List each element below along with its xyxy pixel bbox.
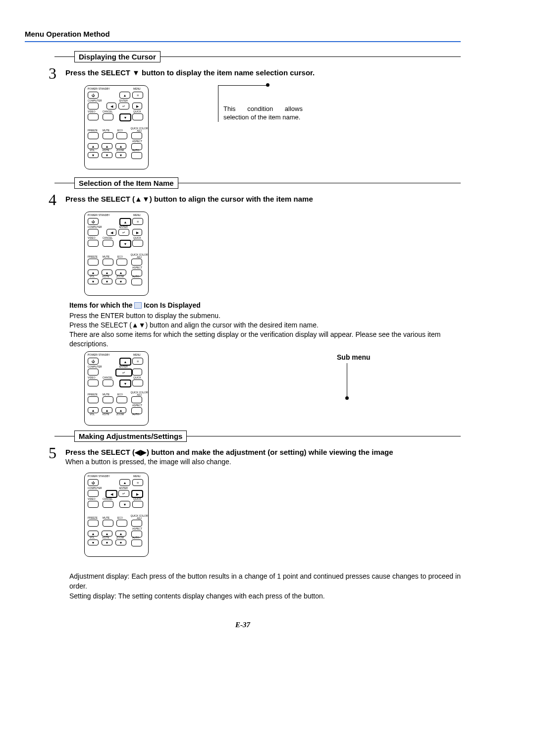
- step-5-instruction: Press the SELECT (◀▶) button and make th…: [65, 448, 461, 457]
- step-4-remote-wrap: POWER/ STANDBY ⏻ ▲ MENU ≡ COMPUTER ◀ ENT…: [84, 212, 461, 296]
- remote-diagram-4b: POWER/ STANDBY ⏻ ▲ MENU ≡ COMPUTER ENTER…: [84, 351, 149, 426]
- section-title-row-5: Making Adjustments/Settings: [54, 431, 461, 442]
- items-heading-pre: Items for which the: [69, 301, 134, 309]
- step-5: 5 Press the SELECT (◀▶) button and make …: [49, 445, 461, 466]
- step-number-4: 4: [49, 192, 65, 208]
- section-title-3: Displaying the Cursor: [74, 51, 160, 62]
- step-3-callout: This condition allows selection of the i…: [218, 105, 303, 122]
- step-3-instruction: Press the SELECT ▼ button to display the…: [65, 68, 461, 77]
- step-5-remote-wrap: POWER/ STANDBY ⏻ ▲ MENU ≡ COMPUTER ◀ ENT…: [84, 473, 461, 557]
- step-number-3: 3: [49, 65, 65, 81]
- step-5-sub: When a button is pressed, the image will…: [65, 458, 461, 466]
- items-line-3: There are also some items for which the …: [69, 330, 461, 349]
- step-3-row: POWER/ STANDBY ⏻ ▲ MENU ≡ COMPUTER ◀ ENT…: [84, 85, 461, 169]
- items-line-2: Press the SELECT (▲▼) button and align t…: [69, 321, 461, 330]
- page-header: Menu Operation Method: [25, 30, 461, 38]
- step-number-5: 5: [49, 445, 65, 461]
- enter-icon: [134, 302, 142, 309]
- items-block: Items for which the Icon Is Displayed Pr…: [69, 301, 461, 348]
- remote-diagram-5: POWER/ STANDBY ⏻ ▲ MENU ≡ COMPUTER ◀ ENT…: [84, 473, 149, 557]
- submenu-label: Sub menu: [337, 351, 371, 361]
- step-4-instruction: Press the SELECT (▲▼) button to align th…: [65, 195, 461, 203]
- header-rule: [25, 41, 461, 42]
- section-title-4: Selection of the Item Name: [74, 177, 178, 189]
- remote-diagram-3: POWER/ STANDBY ⏻ ▲ MENU ≡ COMPUTER ◀ ENT…: [84, 85, 149, 169]
- bottom-line-1: Adjustment display: Each press of the bu…: [69, 572, 461, 591]
- items-heading-post: Icon Is Displayed: [142, 301, 200, 309]
- items-line-1: Press the ENTER button to display the su…: [69, 311, 461, 321]
- section-title-5: Making Adjustments/Settings: [74, 431, 187, 442]
- bottom-line-2: Setting display: The setting contents di…: [69, 592, 461, 601]
- submenu-row: POWER/ STANDBY ⏻ ▲ MENU ≡ COMPUTER ENTER…: [84, 351, 461, 426]
- remote-diagram-4a: POWER/ STANDBY ⏻ ▲ MENU ≡ COMPUTER ◀ ENT…: [84, 212, 149, 296]
- step-3: 3 Press the SELECT ▼ button to display t…: [49, 65, 461, 81]
- section-title-row-3: Displaying the Cursor: [54, 51, 461, 62]
- bottom-paragraphs: Adjustment display: Each press of the bu…: [69, 572, 461, 601]
- submenu-callout: Sub menu: [337, 351, 371, 398]
- step-4: 4 Press the SELECT (▲▼) button to align …: [49, 192, 461, 208]
- page-number: E-37: [25, 621, 461, 629]
- section-title-row-4: Selection of the Item Name: [54, 177, 461, 189]
